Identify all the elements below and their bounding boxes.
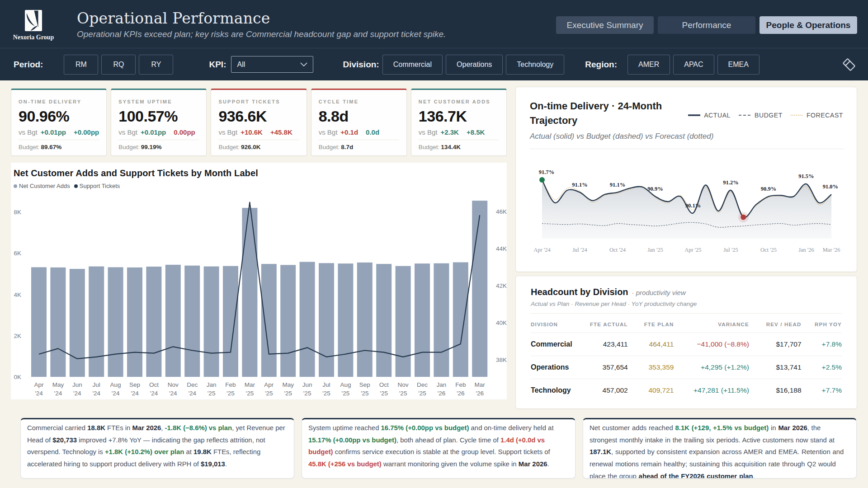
- text-segment: ahead of the FY2026 customer plan: [639, 473, 753, 479]
- bar-jul-24[interactable]: [89, 267, 104, 377]
- headcount-title: Headcount by Division: [531, 287, 628, 297]
- bar-mar-26[interactable]: [472, 201, 487, 377]
- region-button-apac[interactable]: APAC: [673, 55, 714, 75]
- region-button-amer[interactable]: AMER: [627, 55, 670, 75]
- kpi-budget: Budget:134.4K: [419, 144, 499, 151]
- division-button-commercial[interactable]: Commercial: [382, 55, 443, 75]
- cell-variance: +47,281 (+11.5%): [674, 379, 749, 402]
- tab-performance[interactable]: Performance: [658, 16, 755, 34]
- bar-apr-24[interactable]: [31, 267, 47, 377]
- cell-fte-plan: 353,359: [628, 356, 674, 379]
- text-segment: 187.1K: [590, 448, 611, 455]
- bar-feb-25[interactable]: [223, 266, 238, 377]
- x-tick-year-label: '24: [73, 390, 81, 397]
- division-button-operations[interactable]: Operations: [446, 55, 503, 75]
- x-tick-month-label: Oct: [379, 381, 389, 388]
- column-header-fte-actual: FTE ACTUAL: [585, 314, 628, 333]
- insight-card-2: System uptime reached 16.75% (+0.00pp vs…: [302, 418, 576, 479]
- kpi-deltas: vs Bgt+10.6K+45.8K: [218, 128, 299, 136]
- cell-variance: +4,295 (+1.2%): [674, 356, 749, 379]
- text-segment: , both ahead of plan. Cycle time of: [396, 436, 500, 444]
- bar-feb-26[interactable]: [453, 262, 468, 377]
- column-header-rph-yoy: RPH YOY: [802, 314, 842, 333]
- period-button-rq[interactable]: RQ: [101, 55, 136, 75]
- bar-aug-24[interactable]: [108, 267, 123, 377]
- kpi-budget: Budget:99.19%: [118, 144, 199, 151]
- kpi-budget-value: 134.4K: [441, 144, 461, 150]
- kpi-delta-secondary: 0.00pp: [174, 128, 195, 136]
- bar-sep-24[interactable]: [127, 267, 142, 377]
- cell-rph-yoy: +7.8%: [802, 333, 842, 356]
- tab-people-operations[interactable]: People & Operations: [760, 16, 857, 34]
- bar-nov-24[interactable]: [165, 265, 181, 377]
- bar-jul-25[interactable]: [319, 263, 334, 377]
- bar-aug-25[interactable]: [338, 263, 353, 377]
- y-right-tick-label: 46K: [496, 208, 507, 215]
- kpi-card-support-tickets: SUPPORT TICKETS936.6Kvs Bgt+10.6K+45.8KB…: [211, 89, 307, 156]
- trajectory-subtitle: Actual (solid) vs Budget (dashed) vs For…: [530, 132, 843, 141]
- region-label: Region:: [585, 60, 617, 70]
- text-segment: System uptime reached: [308, 424, 381, 432]
- cell-fte-actual: 457,002: [585, 379, 628, 402]
- kpi-budget: Budget:926.0K: [218, 144, 299, 151]
- eraser-icon[interactable]: [840, 56, 858, 74]
- bar-mar-25[interactable]: [242, 208, 257, 377]
- kpi-delta-secondary: +8.5K: [467, 128, 485, 136]
- kpi-select[interactable]: All: [231, 56, 313, 73]
- x-tick-month-label: Jan: [207, 381, 217, 388]
- cell-fte-actual: 423,411: [585, 333, 628, 356]
- bar-jun-25[interactable]: [300, 262, 315, 377]
- legend-label: BUDGET: [755, 112, 783, 119]
- kpi-delta-secondary: 0.0d: [366, 128, 379, 136]
- period-button-ry[interactable]: RY: [139, 55, 173, 75]
- region-button-emea[interactable]: EMEA: [717, 55, 760, 75]
- x-tick-month-label: Sep: [129, 381, 140, 388]
- bar-nov-25[interactable]: [396, 266, 411, 377]
- point-label: 91.2%: [723, 179, 738, 186]
- bar-may-25[interactable]: [280, 265, 296, 377]
- bar-jan-25[interactable]: [204, 267, 219, 377]
- bar-oct-25[interactable]: [376, 264, 392, 377]
- kpi-card-system-uptime: SYSTEM UPTIME100.57%vs Bgt+0.01pp0.00ppB…: [111, 89, 207, 156]
- brand-logo: [25, 10, 42, 31]
- kpi-budget: Budget:89.67%: [19, 144, 99, 151]
- bar-apr-25[interactable]: [261, 264, 277, 377]
- text-segment: +1.8K (+10.2%) over plan: [105, 448, 184, 455]
- bar-dec-24[interactable]: [184, 266, 200, 377]
- text-segment: 8.1K (+129, +1.5% vs budget): [675, 424, 769, 432]
- insight-text: Commercial carried 18.8K FTEs in Mar 202…: [27, 422, 288, 470]
- bar-dec-25[interactable]: [415, 263, 430, 377]
- cell-rev-head: $16,188: [749, 379, 802, 402]
- kpi-vs-label: vs Bgt: [419, 128, 438, 136]
- insight-text: Net customer adds reached 8.1K (+129, +1…: [590, 422, 850, 479]
- legend-swatch-forecast: [791, 114, 803, 117]
- bar-jun-24[interactable]: [70, 269, 85, 377]
- x-tick-year-label: '25: [322, 390, 330, 397]
- bar-may-24[interactable]: [50, 267, 66, 377]
- headcount-panel: Headcount by Division · productivity vie…: [515, 276, 857, 409]
- header-tabs: Executive SummaryPerformancePeople & Ope…: [556, 16, 857, 34]
- legend-dot: [14, 184, 17, 188]
- kpi-vs-label: vs Bgt: [218, 128, 237, 136]
- legend-label: Net Customer Adds: [19, 183, 70, 189]
- kpi-budget-label: Budget:: [19, 144, 40, 150]
- tab-executive-summary[interactable]: Executive Summary: [556, 16, 654, 34]
- bar-sep-25[interactable]: [357, 263, 373, 377]
- period-button-rm[interactable]: RM: [64, 55, 98, 75]
- text-segment: warrant monitoring given the volume spik…: [382, 460, 519, 468]
- filter-bar: Period: RMRQRY KPI: All Division: Commer…: [0, 48, 868, 80]
- kpi-delta-primary: +0.01pp: [141, 128, 166, 136]
- kpi-budget-label: Budget:: [218, 144, 240, 150]
- kpi-deltas: vs Bgt+0.1d0.0d: [319, 128, 399, 136]
- divider: [531, 313, 842, 314]
- period-label: Period:: [14, 60, 43, 70]
- y-left-tick-label: 8K: [14, 209, 21, 216]
- bar-jan-26[interactable]: [434, 263, 449, 377]
- bar-oct-24[interactable]: [146, 267, 161, 377]
- x-tick-month-label: May: [52, 381, 64, 388]
- kpi-value: 936.6K: [218, 108, 299, 124]
- combo-chart-legend: Net Customer AddsSupport Tickets: [14, 183, 507, 189]
- text-segment: $19,013: [201, 460, 225, 468]
- division-button-technology[interactable]: Technology: [506, 55, 564, 75]
- y-left-tick-label: 0K: [14, 374, 21, 380]
